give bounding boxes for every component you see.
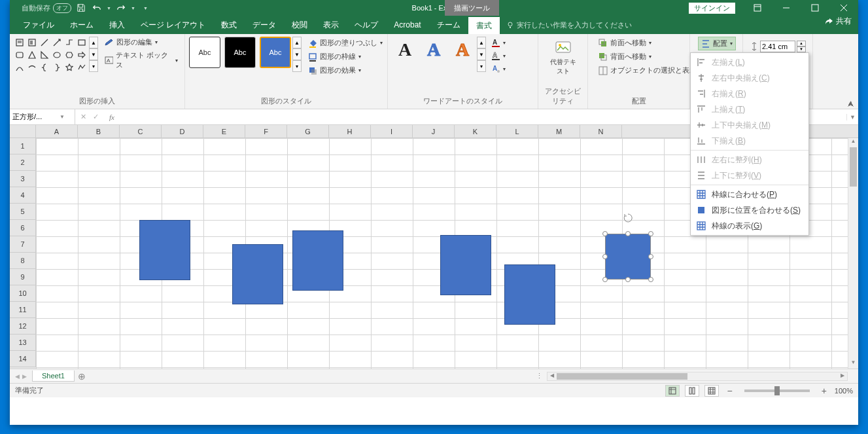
tab-formulas[interactable]: 数式 [213, 16, 245, 34]
row-header[interactable]: 11 [10, 302, 36, 318]
tab-team[interactable]: チーム [429, 16, 468, 34]
column-header[interactable]: M [538, 125, 580, 137]
shape-curve2-icon[interactable] [26, 62, 38, 73]
style-preset-1[interactable]: Abc [189, 37, 220, 68]
wa-gallery-down-icon[interactable]: ▼ [477, 48, 486, 60]
row-headers[interactable]: 1234567891011121314 [10, 138, 36, 369]
resize-handle[interactable] [625, 277, 631, 282]
wordart-gallery[interactable]: A A A [392, 37, 476, 63]
tab-insert[interactable]: 挿入 [101, 16, 133, 34]
vertical-scrollbar[interactable]: ▲ ▼ [848, 138, 858, 369]
shape-height-input[interactable] [760, 41, 795, 52]
autosave-toggle[interactable]: 自動保存 オフ [22, 3, 71, 13]
tab-data[interactable]: データ [245, 16, 284, 34]
tab-home[interactable]: ホーム [62, 16, 101, 34]
row-header[interactable]: 10 [10, 285, 36, 302]
signin-button[interactable]: サインイン [689, 3, 735, 14]
menu-align-left[interactable]: 左揃え(L) [691, 54, 808, 70]
tab-acrobat[interactable]: Acrobat [386, 16, 428, 34]
style-gallery-up-icon[interactable]: ▲ [292, 37, 302, 48]
shape-rectangle[interactable] [292, 230, 343, 291]
column-header[interactable]: B [78, 125, 120, 137]
row-header[interactable]: 4 [10, 187, 36, 204]
maximize-icon[interactable] [801, 0, 829, 16]
row-header[interactable]: 8 [10, 253, 36, 269]
horizontal-scrollbar[interactable]: ◀ ▶ [547, 372, 848, 381]
undo-dropdown-icon[interactable]: ▼ [107, 6, 111, 10]
shape-effects-button[interactable]: 図形の効果 ▾ [305, 64, 385, 77]
column-header[interactable]: H [329, 125, 371, 137]
shape-roundrect-icon[interactable] [14, 49, 26, 61]
zoom-out-button[interactable]: − [724, 386, 735, 396]
vscroll-thumb[interactable] [850, 147, 857, 187]
resize-handle[interactable] [625, 231, 631, 236]
view-page-break-button[interactable] [704, 385, 719, 397]
shape-fill-button[interactable]: 図形の塗りつぶし ▾ [305, 37, 385, 49]
send-backward-button[interactable]: 背面へ移動 ▾ [596, 50, 699, 63]
wordart-1[interactable]: A [392, 37, 418, 63]
shape-oval-icon[interactable] [51, 49, 63, 61]
row-header[interactable]: 13 [10, 335, 36, 351]
wordart-3[interactable]: A [449, 37, 476, 63]
save-icon[interactable] [75, 2, 87, 14]
column-header[interactable]: L [496, 125, 538, 137]
height-spin-down-icon[interactable]: ▼ [797, 46, 806, 52]
shapes-gallery-scroll[interactable]: ▲ ▼ ▾ [89, 37, 98, 72]
bring-forward-button[interactable]: 前面へ移動 ▾ [596, 37, 699, 49]
minimize-icon[interactable] [772, 0, 801, 16]
select-all-corner[interactable] [10, 125, 36, 138]
height-spinner[interactable]: ▲▼ [797, 41, 806, 52]
tab-page-layout[interactable]: ページ レイアウト [133, 16, 213, 34]
menu-align-bottom[interactable]: 下揃え(B) [691, 133, 808, 149]
row-header[interactable]: 2 [10, 154, 36, 171]
view-page-layout-button[interactable] [685, 385, 699, 397]
style-gallery-down-icon[interactable]: ▼ [292, 48, 302, 60]
tab-format[interactable]: 書式 [468, 17, 500, 34]
view-normal-button[interactable] [665, 385, 680, 397]
menu-align-top[interactable]: 上揃え(T) [691, 101, 808, 117]
formula-bar-expand-icon[interactable]: ▼ [846, 114, 858, 120]
redo-icon[interactable] [115, 2, 127, 14]
zoom-slider-thumb[interactable] [774, 386, 780, 395]
row-header[interactable]: 9 [10, 269, 36, 285]
gallery-up-icon[interactable]: ▲ [89, 37, 98, 48]
align-button[interactable]: 配置 ▾ [698, 37, 736, 50]
text-outline-button[interactable]: A▾ [489, 50, 508, 62]
enter-formula-icon[interactable]: ✓ [93, 113, 99, 121]
text-fill-button[interactable]: A▾ [489, 37, 508, 48]
undo-icon[interactable] [91, 2, 103, 14]
sheet-nav-next-icon[interactable]: ▶ [22, 373, 27, 380]
row-header[interactable]: 14 [10, 351, 36, 367]
edit-shape-button[interactable]: 図形の編集 ▾ [102, 37, 181, 48]
tab-help[interactable]: ヘルプ [347, 16, 386, 34]
shape-rbrace-icon[interactable] [51, 62, 63, 73]
resize-handle[interactable] [602, 254, 608, 259]
hscroll-split-icon[interactable]: ⋮ [536, 372, 543, 380]
shape-rectangle[interactable] [504, 264, 555, 325]
shape-star-icon[interactable] [63, 62, 75, 73]
sheet-nav[interactable]: ◀▶ [10, 373, 32, 380]
shape-rtriangle-icon[interactable] [39, 49, 50, 61]
contextual-tab-drawing-tools[interactable]: 描画ツール [445, 0, 499, 16]
shapes-gallery[interactable] [14, 37, 88, 73]
shape-style-gallery[interactable]: Abc Abc Abc [189, 37, 291, 68]
resize-handle[interactable] [602, 231, 608, 236]
redo-dropdown-icon[interactable]: ▼ [131, 6, 135, 10]
shape-lbrace-icon[interactable] [39, 62, 50, 73]
wa-gallery-up-icon[interactable]: ▲ [477, 37, 486, 48]
menu-align-center-h[interactable]: 左右中央揃え(C) [691, 70, 808, 86]
resize-handle[interactable] [648, 277, 653, 282]
row-header[interactable]: 7 [10, 236, 36, 253]
shape-rectangle[interactable] [440, 235, 491, 295]
column-header[interactable]: K [455, 125, 496, 137]
wordart-gallery-scroll[interactable]: ▲ ▼ ▾ [477, 37, 486, 72]
vscroll-up-icon[interactable]: ▲ [848, 138, 858, 147]
sheet-nav-prev-icon[interactable]: ◀ [15, 373, 20, 380]
collapse-ribbon-icon[interactable]: ⮝ [848, 100, 854, 107]
close-icon[interactable] [829, 0, 858, 16]
resize-handle[interactable] [648, 254, 653, 259]
tab-file[interactable]: ファイル [15, 16, 62, 34]
selected-shape[interactable] [605, 234, 651, 280]
text-box-button[interactable]: A テキスト ボックス ▾ [102, 50, 181, 71]
wa-gallery-more-icon[interactable]: ▾ [477, 60, 486, 72]
